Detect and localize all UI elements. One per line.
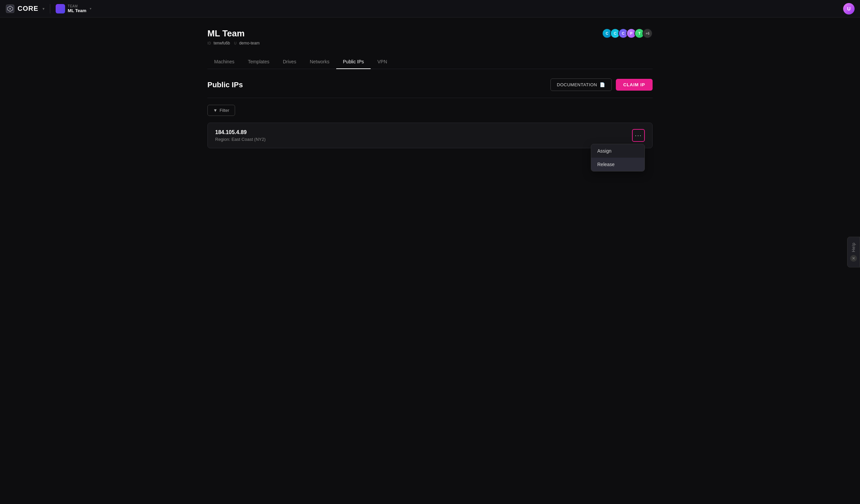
section-title: Public IPs	[207, 80, 243, 89]
tab-templates[interactable]: Templates	[241, 55, 276, 69]
team-avatars: CCCPT+6	[604, 28, 653, 39]
page-header: ML Team ID tenwfu6b U demo-team CCCPT+6	[207, 28, 653, 45]
ip-region: Region: East Coast (NY2)	[215, 137, 266, 142]
dropdown-item-release[interactable]: Release	[591, 158, 645, 171]
team-name: ML Team	[68, 8, 86, 13]
tab-machines[interactable]: Machines	[207, 55, 241, 69]
app-name: CORE	[17, 5, 39, 13]
page-header-right: CCCPT+6	[604, 28, 653, 39]
tabs-bar: MachinesTemplatesDrivesNetworksPublic IP…	[207, 55, 653, 69]
top-navigation: CORE ▾ TEAM ML Team ▾ U	[0, 0, 860, 17]
page-title: ML Team	[207, 28, 260, 39]
team-selector[interactable]: TEAM ML Team ▾	[56, 4, 91, 14]
dropdown-menu: AssignRelease	[591, 144, 645, 172]
team-avatar-icon	[56, 4, 65, 14]
page-id: ID tenwfu6b	[207, 41, 230, 45]
main-content: Public IPs DOCUMENTATION 📄 CLAIM IP ▼ Fi…	[207, 69, 653, 158]
documentation-button[interactable]: DOCUMENTATION 📄	[550, 78, 612, 91]
page-meta: ID tenwfu6b U demo-team	[207, 41, 260, 45]
ip-card: 184.105.4.89 Region: East Coast (NY2) ··…	[207, 123, 653, 148]
team-label: TEAM	[68, 4, 86, 8]
page-container: ML Team ID tenwfu6b U demo-team CCCPT+6 …	[194, 17, 666, 168]
help-label: Help	[851, 242, 856, 252]
user-avatar-nav[interactable]: U	[843, 3, 855, 14]
filter-icon: ▼	[213, 108, 217, 113]
logo-area[interactable]: CORE ▾	[5, 4, 44, 14]
tab-public-ips[interactable]: Public IPs	[336, 55, 371, 69]
logo-chevron-icon: ▾	[43, 6, 44, 11]
tab-networks[interactable]: Networks	[303, 55, 336, 69]
ip-card-info: 184.105.4.89 Region: East Coast (NY2)	[215, 129, 266, 142]
ip-address: 184.105.4.89	[215, 129, 266, 135]
claim-ip-button[interactable]: CLAIM IP	[616, 79, 653, 91]
help-widget[interactable]: Help ✕	[847, 237, 860, 267]
id-value: tenwfu6b	[214, 41, 230, 45]
team-info: TEAM ML Team	[68, 4, 86, 13]
ip-actions: ··· AssignRelease	[632, 129, 645, 142]
team-chevron-icon: ▾	[90, 7, 91, 11]
page-u: U demo-team	[234, 41, 260, 45]
section-header: Public IPs DOCUMENTATION 📄 CLAIM IP	[207, 78, 653, 91]
team-avatar-av6[interactable]: +6	[643, 28, 653, 39]
u-label: U	[234, 42, 237, 45]
tab-drives[interactable]: Drives	[276, 55, 303, 69]
svg-point-2	[10, 8, 11, 10]
nav-divider	[50, 4, 50, 14]
logo-icon	[5, 4, 15, 14]
u-value: demo-team	[239, 41, 260, 45]
ip-more-button[interactable]: ···	[632, 129, 645, 142]
filter-bar: ▼ Filter	[207, 105, 653, 116]
tab-vpn[interactable]: VPN	[371, 55, 394, 69]
page-header-left: ML Team ID tenwfu6b U demo-team	[207, 28, 260, 45]
filter-button[interactable]: ▼ Filter	[207, 105, 235, 116]
documentation-label: DOCUMENTATION	[557, 82, 597, 87]
section-actions: DOCUMENTATION 📄 CLAIM IP	[550, 78, 653, 91]
filter-label: Filter	[219, 108, 229, 113]
documentation-icon: 📄	[600, 82, 605, 87]
help-icon: ✕	[850, 255, 857, 262]
dropdown-item-assign[interactable]: Assign	[591, 144, 645, 158]
id-label: ID	[207, 42, 211, 45]
